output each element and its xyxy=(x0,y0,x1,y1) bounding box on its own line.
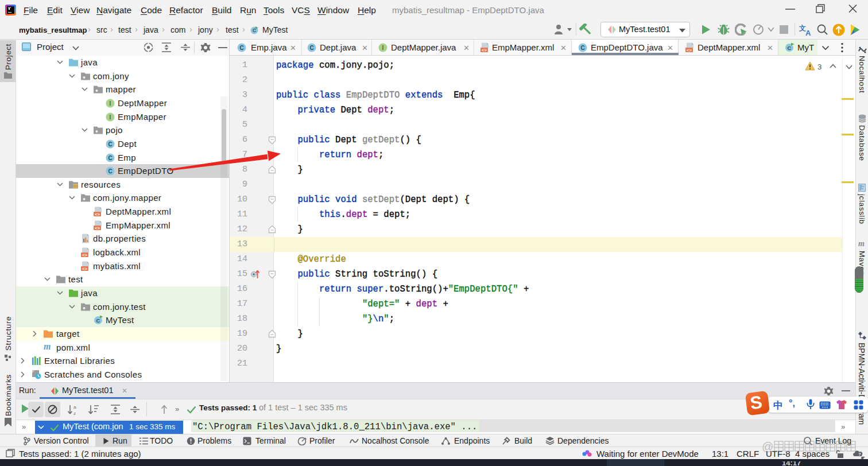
svg-text:C: C xyxy=(96,317,100,324)
svg-text:<>: <> xyxy=(95,212,100,217)
svg-text:<>: <> xyxy=(687,48,692,53)
svg-text:A: A xyxy=(805,29,811,36)
svg-text:@: @ xyxy=(762,440,773,453)
svg-text:<>: <> xyxy=(482,48,487,53)
svg-text:<>: <> xyxy=(95,226,100,231)
svg-text:<>: <> xyxy=(82,253,88,258)
svg-text:<>: <> xyxy=(82,267,88,271)
svg-text:z: z xyxy=(73,411,76,415)
svg-text:C: C xyxy=(580,45,584,51)
svg-text:3: 3 xyxy=(817,63,822,71)
svg-text:I: I xyxy=(382,45,384,51)
svg-text:C: C xyxy=(788,45,792,51)
svg-text:C: C xyxy=(309,45,313,51)
svg-text:C: C xyxy=(108,155,112,161)
svg-text:I: I xyxy=(110,114,111,121)
svg-text:I: I xyxy=(110,100,111,107)
svg-text:a: a xyxy=(73,405,76,410)
svg-text:C: C xyxy=(239,45,243,51)
svg-text:?: ? xyxy=(858,452,861,457)
svg-text:C: C xyxy=(108,141,112,147)
svg-text:C: C xyxy=(108,168,112,174)
